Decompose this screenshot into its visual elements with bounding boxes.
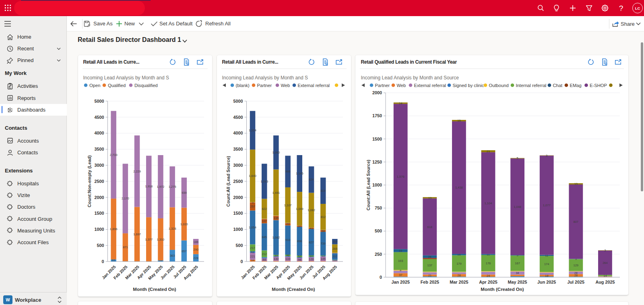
- svg-text:Chat: Chat: [553, 83, 563, 88]
- svg-text:21: 21: [487, 149, 490, 153]
- svg-text:2000: 2000: [372, 90, 382, 95]
- svg-text:1,049: 1,049: [296, 207, 303, 211]
- svg-text:167: 167: [515, 261, 520, 265]
- svg-text:Month (Created On): Month (Created On): [133, 287, 176, 292]
- svg-text:500: 500: [97, 243, 104, 248]
- svg-text:130: 130: [274, 257, 279, 261]
- svg-text:1500: 1500: [94, 211, 104, 216]
- svg-text:120: 120: [309, 257, 314, 261]
- svg-text:Signed by clinic: Signed by clinic: [453, 83, 484, 88]
- svg-text:Aug 2025: Aug 2025: [595, 280, 615, 284]
- svg-text:135: 135: [274, 216, 279, 220]
- svg-text:Feb 2025: Feb 2025: [421, 280, 439, 284]
- svg-text:1,377: 1,377: [145, 238, 153, 241]
- svg-text:1250: 1250: [372, 160, 382, 164]
- svg-text:819: 819: [320, 189, 326, 193]
- svg-text:Incoming Lead Analysis by Mont: Incoming Lead Analysis by Month and Sour…: [361, 75, 459, 81]
- svg-text:Outbound: Outbound: [489, 83, 509, 88]
- svg-text:2,229: 2,229: [133, 170, 141, 173]
- svg-text:0: 0: [240, 259, 243, 264]
- svg-text:1,107: 1,107: [284, 203, 292, 207]
- svg-text:37: 37: [399, 273, 402, 277]
- svg-text:257: 257: [250, 205, 255, 208]
- svg-text:1,104: 1,104: [485, 201, 492, 205]
- svg-text:33: 33: [399, 249, 402, 253]
- svg-text:28: 28: [428, 255, 431, 259]
- svg-text:4500: 4500: [94, 115, 104, 120]
- svg-text:176: 176: [486, 261, 491, 265]
- svg-text:750: 750: [375, 205, 382, 210]
- svg-text:986: 986: [285, 170, 291, 173]
- svg-text:1,093: 1,093: [260, 180, 268, 183]
- svg-text:98: 98: [298, 258, 301, 261]
- svg-text:15: 15: [457, 119, 460, 122]
- svg-text:1,082: 1,082: [272, 236, 280, 239]
- svg-text:2500: 2500: [233, 179, 243, 184]
- svg-text:1,060: 1,060: [272, 151, 280, 154]
- svg-text:Internal referral: Internal referral: [516, 83, 547, 88]
- svg-text:1500: 1500: [372, 137, 382, 141]
- svg-text:1,020: 1,020: [180, 222, 188, 226]
- svg-text:217: 217: [250, 246, 255, 250]
- svg-text:13: 13: [428, 196, 431, 200]
- svg-text:3000: 3000: [233, 163, 243, 168]
- svg-text:1000: 1000: [233, 227, 243, 232]
- svg-text:137: 137: [427, 264, 433, 267]
- svg-text:827: 827: [309, 241, 314, 244]
- svg-text:4000: 4000: [94, 131, 104, 135]
- svg-text:Apr 2025: Apr 2025: [479, 280, 497, 284]
- svg-text:3500: 3500: [94, 147, 104, 151]
- svg-text:812: 812: [320, 215, 326, 219]
- svg-text:3500: 3500: [233, 147, 243, 151]
- svg-text:1,082: 1,082: [308, 208, 315, 212]
- svg-text:2,733: 2,733: [110, 153, 118, 157]
- svg-text:5000: 5000: [94, 99, 104, 104]
- svg-text:Month (Created On): Month (Created On): [272, 287, 315, 292]
- svg-text:824: 824: [309, 178, 314, 181]
- svg-text:500: 500: [235, 243, 243, 248]
- svg-text:Count:All (Lead Source): Count:All (Lead Source): [366, 160, 371, 210]
- svg-text:Incoming Lead Analysis by Mont: Incoming Lead Analysis by Month and S: [222, 75, 308, 81]
- svg-text:3: 3: [604, 249, 606, 252]
- svg-text:Qualified: Qualified: [108, 83, 126, 88]
- svg-text:Incoming Lead Analysis by Mont: Incoming Lead Analysis by Month and S: [83, 75, 169, 81]
- svg-text:28: 28: [574, 271, 578, 275]
- svg-text:Open: Open: [89, 83, 100, 88]
- svg-text:2000: 2000: [94, 195, 104, 200]
- svg-text:500: 500: [375, 228, 382, 233]
- svg-text:1,441: 1,441: [272, 191, 280, 195]
- svg-text:External referral: External referral: [298, 83, 330, 88]
- svg-text:228: 228: [193, 256, 198, 260]
- svg-text:137: 137: [262, 219, 267, 223]
- svg-text:5: 5: [517, 156, 518, 160]
- svg-text:622: 622: [262, 207, 267, 211]
- svg-text:1000: 1000: [372, 183, 382, 187]
- svg-text:1,697: 1,697: [133, 232, 141, 236]
- svg-text:1,310: 1,310: [157, 238, 165, 241]
- svg-text:250: 250: [375, 252, 382, 257]
- svg-text:34: 34: [516, 271, 519, 275]
- svg-text:174: 174: [544, 262, 549, 266]
- svg-text:0: 0: [380, 275, 382, 280]
- svg-text:5000: 5000: [233, 99, 243, 104]
- svg-text:169: 169: [332, 240, 338, 243]
- svg-text:1,438: 1,438: [455, 186, 463, 189]
- svg-text:910: 910: [285, 238, 291, 242]
- svg-text:Count:Non-empty (Lead): Count:Non-empty (Lead): [87, 155, 92, 207]
- svg-text:221: 221: [250, 255, 255, 258]
- svg-text:1750: 1750: [372, 113, 382, 118]
- svg-text:Month (Created On): Month (Created On): [481, 287, 524, 292]
- svg-text:290: 290: [193, 248, 198, 251]
- svg-text:1,328: 1,328: [169, 227, 176, 230]
- svg-text:Jul 2025: Jul 2025: [567, 280, 584, 284]
- svg-text:657: 657: [182, 249, 187, 253]
- svg-text:1500: 1500: [233, 211, 243, 216]
- svg-text:4500: 4500: [233, 115, 243, 120]
- svg-text:265: 265: [332, 247, 338, 251]
- svg-text:Disqualified: Disqualified: [134, 83, 158, 88]
- svg-text:0: 0: [101, 259, 104, 264]
- svg-text:1,576: 1,576: [397, 175, 405, 178]
- svg-text:3000: 3000: [94, 163, 104, 168]
- svg-text:1,896: 1,896: [110, 227, 118, 231]
- svg-text:External referral: External referral: [414, 83, 446, 88]
